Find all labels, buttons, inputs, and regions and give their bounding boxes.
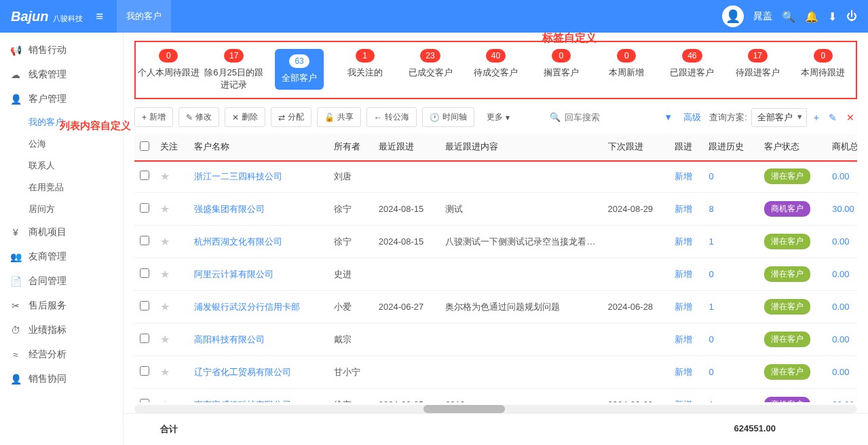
- assign-button[interactable]: ⇄ 分配: [271, 107, 312, 127]
- table-row[interactable]: ★ 辽宁省化工贸易有限公司 甘小宁 新增 0 潜在客户 0.00 0: [134, 356, 857, 389]
- row-checkbox[interactable]: [140, 268, 149, 278]
- star-icon[interactable]: ★: [160, 301, 170, 313]
- follow-link[interactable]: 新增: [675, 204, 692, 214]
- star-icon[interactable]: ★: [160, 171, 170, 182]
- amount-link[interactable]: 0.00: [832, 171, 849, 181]
- column-header[interactable]: 下次跟进: [603, 134, 670, 160]
- column-header[interactable]: 最近跟进: [373, 134, 440, 160]
- amount-link[interactable]: 0.00: [832, 334, 849, 344]
- tab-stat[interactable]: 46已跟进客户: [660, 49, 725, 91]
- follow-link[interactable]: 新增: [675, 367, 692, 377]
- star-icon[interactable]: ★: [160, 268, 170, 280]
- table-row[interactable]: ★ 高阳科技有限公司 戴宗 新增 0 潜在客户 0.00 0: [134, 323, 857, 356]
- sidebar-item[interactable]: 👤销售协同: [0, 367, 123, 391]
- star-icon[interactable]: ★: [160, 366, 170, 378]
- customer-name-link[interactable]: 高阳科技有限公司: [194, 334, 265, 344]
- avatar[interactable]: 👤: [722, 5, 744, 27]
- sidebar-item[interactable]: ✂售后服务: [0, 293, 123, 318]
- sidebar-item[interactable]: 👥友商管理: [0, 245, 123, 269]
- star-icon[interactable]: ★: [160, 203, 170, 215]
- row-checkbox[interactable]: [140, 366, 149, 376]
- column-header[interactable]: 客户名称: [189, 134, 328, 160]
- search-icon[interactable]: 🔍: [782, 10, 795, 23]
- column-header[interactable]: 跟进历史: [703, 134, 758, 160]
- logo[interactable]: Bajun 八骏科技: [11, 9, 83, 24]
- customer-name-link[interactable]: 浙江一二三四科技公司: [194, 171, 282, 181]
- close-icon[interactable]: ✕: [844, 112, 857, 123]
- plus-icon[interactable]: +: [811, 112, 822, 123]
- tab-stat[interactable]: 17待跟进客户: [725, 49, 790, 91]
- column-header[interactable]: 关注: [155, 134, 189, 160]
- row-checkbox[interactable]: [140, 171, 149, 180]
- follow-link[interactable]: 新增: [675, 269, 692, 279]
- star-icon[interactable]: ★: [160, 399, 170, 402]
- column-header[interactable]: 最近跟进内容: [440, 134, 602, 160]
- history-link[interactable]: 1: [709, 236, 713, 247]
- tab-stat[interactable]: 0个人本周待跟进: [136, 49, 201, 91]
- amount-link[interactable]: 0.00: [832, 269, 849, 279]
- sidebar-item[interactable]: ⏱业绩指标: [0, 318, 123, 342]
- sidebar-item[interactable]: ☁线索管理: [0, 63, 123, 87]
- amount-link[interactable]: 0.00: [832, 236, 849, 247]
- advanced-link[interactable]: 高级: [683, 111, 701, 124]
- history-link[interactable]: 1: [709, 399, 713, 402]
- column-header[interactable]: 客户状态: [759, 134, 827, 160]
- table-row[interactable]: ★ 浙江一二三四科技公司 刘唐 新增 0 潜在客户 0.00 0: [134, 160, 857, 193]
- table-row[interactable]: ★ 南京安威德科技有限公司 徐宁 2024-06-25 3213 2024-06…: [134, 389, 857, 403]
- tab-stat[interactable]: 23已成交客户: [398, 49, 463, 91]
- more-button[interactable]: 更多 ▾: [480, 108, 516, 126]
- tab-stat[interactable]: 17除6月25日的跟进记录: [201, 49, 266, 91]
- pencil-icon[interactable]: ✎: [826, 112, 839, 123]
- row-checkbox[interactable]: [140, 399, 149, 402]
- row-checkbox[interactable]: [140, 301, 149, 310]
- customer-name-link[interactable]: 南京安威德科技有限公司: [194, 399, 291, 403]
- tab-stat[interactable]: 0本周待跟进: [791, 49, 856, 91]
- table-row[interactable]: ★ 杭州西湖文化有限公司 徐宁 2024-08-15 八骏测试一下侧测试记录空当…: [134, 226, 857, 258]
- sidebar-sub-item[interactable]: 公海: [0, 133, 123, 155]
- history-link[interactable]: 8: [709, 204, 713, 214]
- edit-button[interactable]: ✎ 修改: [178, 107, 219, 127]
- history-link[interactable]: 0: [709, 367, 713, 377]
- table-row[interactable]: ★ 阿里云计算有限公司 史进 新增 0 潜在客户 0.00 0: [134, 258, 857, 291]
- tab-stat[interactable]: 63全部客户: [267, 49, 332, 91]
- add-button[interactable]: + 新增: [134, 107, 173, 127]
- sidebar-item[interactable]: 👤客户管理: [0, 87, 123, 111]
- amount-link[interactable]: 0.00: [832, 302, 849, 312]
- sidebar-sub-item[interactable]: 在用竞品: [0, 177, 123, 198]
- follow-link[interactable]: 新增: [675, 171, 692, 181]
- user-name[interactable]: 晁盖: [753, 10, 772, 22]
- amount-link[interactable]: 0.00: [832, 367, 849, 377]
- star-icon[interactable]: ★: [160, 334, 170, 345]
- customer-name-link[interactable]: 强盛集团有限公司: [194, 204, 265, 214]
- delete-button[interactable]: ✕ 删除: [225, 107, 265, 127]
- customer-name-link[interactable]: 阿里云计算有限公司: [194, 269, 273, 279]
- power-icon[interactable]: ⏻: [846, 10, 857, 22]
- history-link[interactable]: 0: [709, 171, 713, 181]
- tab-stat[interactable]: 0本周新增: [594, 49, 659, 91]
- sidebar-item[interactable]: ≈经营分析: [0, 342, 123, 367]
- share-button[interactable]: 🔓 共享: [317, 107, 361, 127]
- row-checkbox[interactable]: [140, 236, 149, 245]
- follow-link[interactable]: 新增: [675, 399, 692, 403]
- history-link[interactable]: 1: [709, 302, 713, 312]
- sidebar-sub-item[interactable]: 居间方: [0, 198, 123, 220]
- amount-link[interactable]: 30.00: [832, 204, 854, 214]
- timeline-button[interactable]: 🕐 时间轴: [422, 107, 474, 127]
- header-nav-my-customers[interactable]: 我的客户: [117, 0, 171, 33]
- follow-link[interactable]: 新增: [675, 236, 692, 247]
- sidebar-item[interactable]: 📢销售行动: [0, 38, 123, 63]
- table-row[interactable]: ★ 浦发银行武汉分行信用卡部 小爱 2024-06-27 奥尔格为色通过问题规划…: [134, 291, 857, 323]
- follow-link[interactable]: 新增: [675, 302, 692, 312]
- row-checkbox[interactable]: [140, 334, 149, 343]
- tab-stat[interactable]: 40待成交客户: [463, 49, 528, 91]
- tab-stat[interactable]: 1我关注的: [332, 49, 397, 91]
- select-all-checkbox[interactable]: [140, 141, 149, 151]
- amount-link[interactable]: 60.00: [832, 399, 854, 402]
- column-header[interactable]: 所有者: [328, 134, 373, 160]
- sidebar-item[interactable]: 📄合同管理: [0, 269, 123, 293]
- sidebar-item[interactable]: ¥商机项目: [0, 220, 123, 245]
- horizontal-scrollbar[interactable]: [134, 405, 857, 413]
- history-link[interactable]: 0: [709, 334, 713, 344]
- column-header[interactable]: 商机总金额(万元): [827, 134, 857, 160]
- download-icon[interactable]: ⬇: [828, 10, 837, 23]
